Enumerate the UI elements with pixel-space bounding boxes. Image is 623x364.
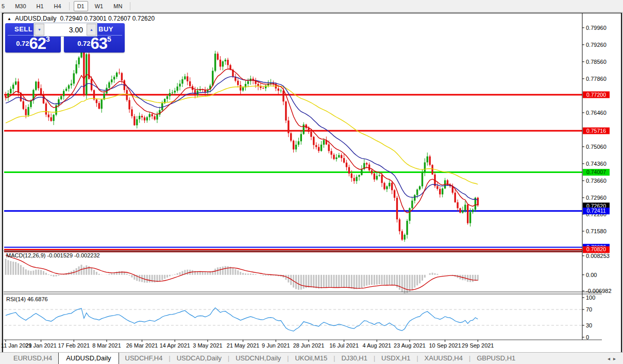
- price-chip: 0.75716: [583, 128, 610, 134]
- one-click-trading-panel: SELL 0.72623 BUY 0.72635 ▼ ▲: [5, 23, 125, 53]
- axis-tick-label: 0.008253: [586, 253, 610, 259]
- price-chip: 0.70820: [583, 246, 610, 253]
- axis-tick-label: 0.78560: [586, 59, 607, 65]
- chart-tab-usdx-h1[interactable]: USDX,H1: [375, 353, 416, 364]
- volume-spinner: ▼ ▲: [33, 23, 97, 37]
- date-axis-label: 14 Apr 2021: [160, 342, 190, 349]
- chart-title: ▲ AUDUSD,Daily 0.72940 0.73001 0.72607 0…: [7, 15, 155, 22]
- price-chip: 0.77200: [583, 92, 610, 98]
- date-axis-label: 10 Sep 2021: [429, 342, 461, 349]
- date-axis-label: 26 Mar 2021: [126, 342, 158, 349]
- axis-tick-label: 0.79260: [586, 42, 607, 48]
- date-axis-label: 29 Jan 2021: [25, 342, 57, 349]
- volume-increase-button[interactable]: ▲: [87, 24, 96, 36]
- axis-tick-label: 0.79960: [586, 25, 607, 31]
- chart-tab-gbpusd-h1[interactable]: GBPUSD,H1: [470, 353, 521, 364]
- date-axis-label: 23 Aug 2021: [394, 342, 426, 349]
- svg-text:0.74007: 0.74007: [586, 169, 606, 175]
- date-axis-label: 29 Sep 2021: [462, 342, 494, 349]
- axis-tick-label: 70: [586, 306, 592, 313]
- axis-tick-label: 0.71580: [586, 228, 607, 234]
- chart-tab-dj30-h1[interactable]: DJ30,H1: [335, 353, 374, 364]
- date-axis-label: 9 Jun 2021: [262, 342, 290, 349]
- chart-tab-xauusd-h4[interactable]: XAUUSD,H4: [418, 353, 469, 364]
- chart-canvas[interactable]: 0.799600.792600.785600.778600.764600.750…: [0, 0, 623, 352]
- macd-indicator-label: MACD(12,26,9) -0.001529 -0.002232: [6, 252, 100, 258]
- date-axis-label: 4 Aug 2021: [362, 342, 391, 349]
- axis-tick-label: -0.006982: [586, 288, 612, 294]
- chart-tab-ukoil-m15[interactable]: UKOil,M15: [289, 353, 333, 364]
- axis-tick-label: 0.72960: [586, 195, 607, 201]
- mt4-application: { "toolbar": { "timeframes": ["5", "M30"…: [0, 0, 623, 364]
- chart-tab-bar: EURUSD,H4AUDUSD,DailyUSDCHF,H4|USDCAD,Da…: [0, 352, 623, 364]
- svg-text:0.70820: 0.70820: [586, 246, 606, 252]
- chart-tab-usdcnh-daily[interactable]: USDCNH,Daily: [229, 353, 287, 364]
- chart-symbol-label: AUDUSD,Daily: [15, 15, 57, 22]
- axis-tick-label: 0.73660: [586, 178, 607, 184]
- axis-tick-label: 30: [586, 322, 592, 328]
- axis-tick-label: 0.76460: [586, 110, 607, 116]
- date-axis-label: 28 Jun 2021: [293, 342, 325, 349]
- axis-tick-label: 0.00: [586, 272, 597, 278]
- svg-text:0.75716: 0.75716: [586, 128, 606, 134]
- chart-tab-eurusd-h4[interactable]: EURUSD,H4: [7, 353, 58, 364]
- tab-scroll-left-icon: ◂: [608, 356, 613, 361]
- chart-tab-usdcad-daily[interactable]: USDCAD,Daily: [171, 353, 228, 364]
- volume-decrease-button[interactable]: ▼: [35, 24, 44, 36]
- tab-scroll-arrows[interactable]: ◂▸: [608, 356, 619, 361]
- tab-scroll-right-icon: ▸: [613, 356, 619, 361]
- chart-ohlc-values: 0.72940 0.73001 0.72607 0.72620: [60, 15, 155, 22]
- svg-text:0.72411: 0.72411: [586, 207, 605, 214]
- volume-input[interactable]: [45, 23, 86, 36]
- axis-tick-label: 0.75060: [586, 144, 607, 150]
- date-axis-label: 8 Mar 2021: [92, 342, 121, 349]
- chart-tab-audusd-daily[interactable]: AUDUSD,Daily: [58, 352, 119, 364]
- sell-label: SELL: [14, 25, 32, 33]
- axis-tick-label: 0.77860: [586, 76, 607, 82]
- axis-tick-label: 0.74360: [586, 161, 607, 167]
- axis-tick-label: 0: [586, 334, 589, 340]
- sell-price: 0.72623: [5, 36, 61, 51]
- rsi-indicator-label: RSI(14) 46.6876: [6, 296, 48, 302]
- chart-tab-usdchf-h4[interactable]: USDCHF,H4: [119, 353, 169, 364]
- date-axis-label: 21 May 2021: [227, 342, 260, 349]
- axis-tick-label: 100: [586, 294, 595, 301]
- svg-text:0.77200: 0.77200: [586, 92, 606, 98]
- date-axis-label: 16 Jul 2021: [329, 342, 359, 349]
- price-chip: 0.74007: [583, 169, 610, 176]
- buy-label: BUY: [98, 25, 113, 33]
- plot-background: [4, 13, 621, 340]
- date-axis-label: 17 Feb 2021: [58, 342, 90, 349]
- price-chip: 0.72411: [583, 207, 610, 214]
- date-axis-label: 3 May 2021: [193, 342, 222, 349]
- buy-price: 0.72635: [64, 36, 125, 51]
- collapse-triangle-icon[interactable]: ▲: [7, 16, 11, 21]
